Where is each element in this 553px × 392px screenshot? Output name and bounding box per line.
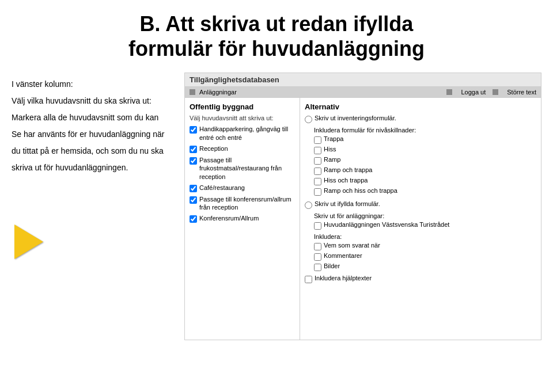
checkbox-trappa[interactable] [314,136,321,144]
list-item[interactable]: Passage till frukostmatsal/restaurang fr… [190,156,295,181]
label-hjalptexter: Inkludera hjälptexter [315,275,372,281]
left-panel-heading: Offentlig byggnad [190,102,295,111]
nav-logga-ut[interactable]: Logga ut [461,89,486,96]
list-item[interactable]: Passage till konferensrum/allrum från re… [190,195,295,212]
left-para-5: du tittat på er hemsida, och som du nu s… [12,145,173,157]
checkbox-reception[interactable] [190,146,197,153]
include-label2: Inkludera: [314,233,536,240]
label-reception: Reception [199,144,228,153]
db-panel: Tillgänglighetsdatabasen Anläggningar Lo… [184,73,541,340]
label-vem: Vem som svarat när [324,242,380,249]
nav-icon-storre-text [493,89,498,95]
list-item[interactable]: Vem som svarat när [314,242,536,250]
list-item[interactable]: Café/restaurang [190,184,295,192]
list-item[interactable]: Huvudanläggningen Västsvenska Turistråde… [314,221,536,230]
label-cafe: Café/restaurang [199,184,245,192]
list-item[interactable]: Konferensrum/Allrum [190,214,295,223]
checkbox-ramp-trappa[interactable] [314,168,321,175]
checkbox-cafe[interactable] [190,185,197,192]
label-handikapp: Handikapparkering, gångväg till entré oc… [199,125,295,142]
write-out-label: Skriv ut för anläggningar: [314,212,536,219]
left-column: I vänster kolumn: Välj vilka huvudavsnit… [12,73,173,340]
right-arrow-icon [14,224,43,259]
checkbox-bilder[interactable] [314,264,321,271]
write-out-section: Skriv ut för anläggningar: Huvudanläggni… [305,212,536,271]
include-nivaSkillnader-section: Inkludera formulär för nivåskillnader: T… [305,127,536,196]
label-trappa: Trappa [324,135,343,142]
checkbox-hjalptexter[interactable] [305,276,312,283]
label-kommentarer: Kommentarer [324,252,362,259]
list-item[interactable]: Trappa [314,135,536,144]
label-ramp-trappa: Ramp och trappa [324,166,372,173]
list-item[interactable]: Hiss [314,146,536,154]
db-title: Tillgänglighetsdatabasen [185,73,541,87]
nav-icon-anlaggningar [190,89,195,95]
radio-ifyllda-label: Skriv ut ifyllda formulär. [315,200,380,207]
left-para-1: I vänster kolumn: [12,78,173,90]
label-ramp-hiss-trappa: Ramp och hiss och trappa [324,187,397,194]
label-hiss-trappa: Hiss och trappa [324,177,368,184]
nav-storre-text[interactable]: Större text [507,89,536,96]
checkbox-ramp-hiss-trappa[interactable] [314,188,321,196]
db-nav-bar: Anläggningar Logga ut Större text [185,87,541,98]
checkbox-vem[interactable] [314,243,321,250]
arrow-indicator [12,178,173,259]
list-item[interactable]: Reception [190,144,295,153]
list-item[interactable]: Handikapparkering, gångväg till entré oc… [190,125,295,142]
label-ramp: Ramp [324,156,340,163]
page-title: B. Att skriva ut redan ifyllda formulär … [0,0,553,67]
list-item-hjalptexter[interactable]: Inkludera hjälptexter [305,275,536,283]
checkbox-kommentarer[interactable] [314,253,321,261]
include-nivaSkillnader-label: Inkludera formulär för nivåskillnader: [314,127,536,134]
checkbox-passage-frukost[interactable] [190,157,197,165]
radio-inventering-input[interactable] [305,116,312,123]
db-right-panel: Alternativ Skriv ut inventeringsformulär… [300,98,541,340]
left-para-6: skriva ut för huvudanläggningen. [12,162,173,174]
list-item[interactable]: Kommentarer [314,252,536,261]
right-panel-heading: Alternativ [305,102,536,111]
checkbox-ramp[interactable] [314,157,321,165]
radio-inventering[interactable]: Skriv ut inventeringsformulär. [305,115,536,123]
db-nav-left: Anläggningar [190,89,237,96]
left-para-2: Välj vilka huvudavsnitt du ska skriva ut… [12,95,173,107]
db-left-panel: Offentlig byggnad Välj huvudavsnitt att … [185,98,300,340]
list-item[interactable]: Ramp och trappa [314,166,536,175]
list-item[interactable]: Ramp och hiss och trappa [314,187,536,196]
label-passage-konferens: Passage till konferensrum/allrum från re… [199,195,295,212]
left-para-3: Markera alla de huvudavsnitt som du kan [12,112,173,124]
label-hiss: Hiss [324,146,336,153]
label-passage-frukost: Passage till frukostmatsal/restaurang fr… [199,156,295,181]
list-item[interactable]: Hiss och trappa [314,177,536,185]
select-label: Välj huvudavsnitt att skriva ut: [190,115,295,121]
label-konferensrum: Konferensrum/Allrum [199,214,259,222]
radio-ifyllda-input[interactable] [305,201,312,209]
list-item[interactable]: Ramp [314,156,536,165]
checkbox-konferensrum[interactable] [190,215,197,223]
label-huvudanlaggning: Huvudanläggningen Västsvenska Turistråde… [324,221,449,228]
checkbox-passage-konferens[interactable] [190,196,197,204]
checkbox-hiss[interactable] [314,147,321,154]
nav-anlaggningar[interactable]: Anläggningar [199,89,237,96]
nav-icon-logga-ut [446,89,452,95]
radio-inventering-label: Skriv ut inventeringsformulär. [315,115,396,121]
checkbox-handikapp[interactable] [190,126,197,134]
list-item[interactable]: Bilder [314,262,536,271]
checkbox-huvudanlaggning[interactable] [314,222,321,230]
db-body: Offentlig byggnad Välj huvudavsnitt att … [185,98,541,340]
checkbox-hiss-trappa[interactable] [314,178,321,185]
label-bilder: Bilder [324,262,340,269]
left-para-4: Se har använts för er huvudanläggning nä… [12,128,173,140]
db-nav-right: Logga ut Större text [446,89,536,96]
radio-ifyllda[interactable]: Skriv ut ifyllda formulär. [305,200,536,209]
